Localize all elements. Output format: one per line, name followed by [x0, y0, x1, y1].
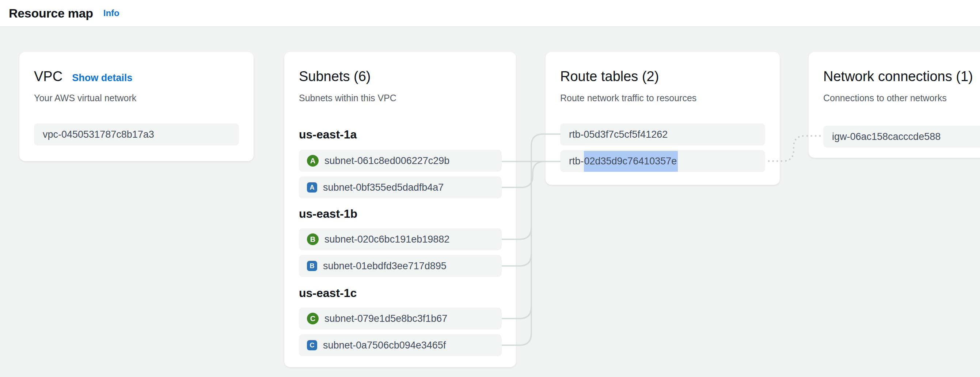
- network-connections-card-title: Network connections (1): [823, 69, 973, 84]
- show-details-link[interactable]: Show details: [72, 72, 132, 84]
- subnet-row-b-green[interactable]: B subnet-020c6bc191eb19882: [299, 228, 502, 250]
- az-heading-us-east-1c: us-east-1c: [299, 286, 356, 300]
- subnets-card: Subnets (6) Subnets within this VPC us-e…: [284, 52, 516, 367]
- subnets-card-description: Subnets within this VPC: [299, 93, 396, 103]
- subnets-card-title: Subnets (6): [299, 69, 371, 84]
- subnet-row-a-blue[interactable]: A subnet-0bf355ed5dadfb4a7: [299, 177, 502, 198]
- vpc-card-title: VPC: [34, 69, 62, 84]
- vpc-card: VPC Show details Your AWS virtual networ…: [19, 52, 254, 161]
- subnet-badge-green-c-icon: C: [307, 313, 319, 325]
- subnet-badge-blue-a-icon: A: [307, 182, 317, 192]
- route-table-id-prefix: rtb-: [569, 156, 584, 167]
- page-header: Resource map Info: [0, 0, 980, 27]
- internet-gateway-id: igw-06ac158cacccde588: [832, 131, 940, 143]
- subnet-id: subnet-079e1d5e8bc3f1b67: [325, 313, 447, 325]
- route-tables-card-description: Route network traffic to resources: [560, 93, 697, 103]
- subnet-id: subnet-061c8ed006227c29b: [325, 155, 449, 167]
- route-tables-card: Route tables (2) Route network traffic t…: [546, 52, 780, 185]
- route-tables-card-title: Route tables (2): [560, 69, 659, 84]
- subnet-badge-blue-b-icon: B: [307, 261, 317, 271]
- vpc-id: vpc-0450531787c8b17a3: [43, 129, 154, 140]
- info-link[interactable]: Info: [103, 8, 119, 18]
- route-table-row-2[interactable]: rtb-02d35d9c76410357e: [560, 150, 765, 172]
- subnet-row-c-blue[interactable]: C subnet-0a7506cb094e3465f: [299, 334, 502, 356]
- subnet-badge-green-b-icon: B: [307, 234, 319, 245]
- subnet-badge-green-a-icon: A: [307, 155, 319, 167]
- subnet-row-c-green[interactable]: C subnet-079e1d5e8bc3f1b67: [299, 308, 502, 329]
- subnets-card-header: Subnets (6): [299, 69, 371, 84]
- subnet-id: subnet-0a7506cb094e3465f: [323, 340, 446, 351]
- vpc-id-pill[interactable]: vpc-0450531787c8b17a3: [34, 124, 239, 145]
- page-title: Resource map: [9, 6, 93, 21]
- network-connections-card: Network connections (1) Connections to o…: [809, 52, 980, 158]
- route-table-id-selected-text: 02d35d9c76410357e: [584, 151, 678, 172]
- route-tables-card-header: Route tables (2): [560, 69, 659, 84]
- network-connections-card-header: Network connections (1): [823, 69, 973, 84]
- vpc-card-description: Your AWS virtual network: [34, 93, 136, 103]
- subnet-id: subnet-020c6bc191eb19882: [325, 234, 449, 245]
- vpc-card-header: VPC Show details: [34, 69, 132, 84]
- internet-gateway-row[interactable]: igw-06ac158cacccde588: [823, 126, 980, 148]
- az-heading-us-east-1a: us-east-1a: [299, 128, 356, 142]
- route-table-row-1[interactable]: rtb-05d3f7c5cf5f41262: [560, 124, 765, 145]
- network-connections-card-description: Connections to other networks: [823, 93, 947, 103]
- subnet-id: subnet-0bf355ed5dadfb4a7: [323, 182, 444, 193]
- subnet-row-a-green[interactable]: A subnet-061c8ed006227c29b: [299, 150, 502, 172]
- subnet-badge-blue-c-icon: C: [307, 340, 317, 350]
- az-heading-us-east-1b: us-east-1b: [299, 207, 357, 221]
- route-table-id: rtb-05d3f7c5cf5f41262: [569, 129, 668, 140]
- subnet-row-b-blue[interactable]: B subnet-01ebdfd3ee717d895: [299, 255, 502, 277]
- subnet-id: subnet-01ebdfd3ee717d895: [323, 261, 447, 272]
